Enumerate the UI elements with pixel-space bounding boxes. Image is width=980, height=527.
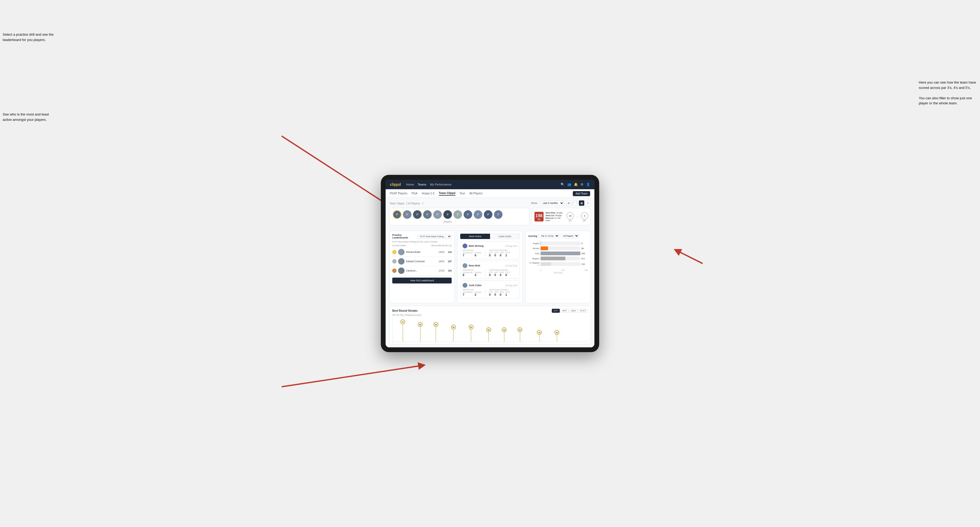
subnav-pgat[interactable]: PGAT Players: [390, 192, 407, 195]
leaderboards-drill-select[interactable]: PUTT Must Make Putting ...: [417, 234, 452, 239]
scoring-filter1[interactable]: Par 3, 4 & 5s: [539, 234, 559, 238]
streaks-ott-btn[interactable]: OTT: [552, 309, 560, 313]
lb-score-2: 18/20: [439, 260, 444, 263]
tournament-val-2: 8: [463, 273, 473, 276]
nav-home[interactable]: Home: [406, 183, 414, 186]
nav-teams[interactable]: Teams: [418, 183, 426, 186]
app-val-2: 0: [495, 273, 498, 276]
lb-name-1: Richard Butler: [406, 251, 437, 253]
player-avatar-10[interactable]: P: [484, 210, 492, 219]
show-select[interactable]: Last 3 months: [540, 201, 564, 205]
bar-pars-track: [541, 252, 580, 255]
scoring-panel: Scoring Par 3, 4 & 5s All Players Eagles: [525, 231, 591, 303]
subnav-team-clippd[interactable]: Team Clippd: [439, 191, 455, 195]
view-card-btn[interactable]: ▦: [579, 200, 584, 206]
activities-2: OTT0 APP0 ARG0 PUTT0: [489, 271, 510, 276]
streak-pin-7: 4x: [502, 327, 506, 341]
view-list-btn[interactable]: ≡: [585, 200, 591, 206]
bar-pars-label: Pars: [528, 252, 539, 255]
streaks-app-btn[interactable]: APP: [561, 309, 568, 313]
people-icon[interactable]: 👥: [567, 183, 571, 186]
player-avatar-7[interactable]: P: [453, 210, 462, 219]
leaderboards-title: Practice Leaderboards: [392, 234, 417, 239]
pac-header-1: Blair McHarg 26 Aug 2023: [463, 243, 517, 248]
tab-least-active[interactable]: Least Active: [490, 234, 520, 239]
pac-avatar-1: [463, 243, 467, 248]
team-header: Team Clippd | 14 Players ✎ Show: Last 3 …: [389, 200, 591, 206]
pac-stats-3: Total Rounds Tournament 7 Practice 2: [463, 289, 517, 296]
streaks-arg-btn[interactable]: ARG: [570, 309, 578, 313]
lb-player-row-2: 2 Edward Crossman 18/20 107: [392, 257, 452, 266]
user-icon[interactable]: 👤: [586, 183, 590, 186]
bell-icon[interactable]: 🔔: [574, 183, 578, 186]
player-avatar-3[interactable]: P: [413, 210, 422, 219]
view-grid2-btn[interactable]: ⊞: [566, 200, 571, 206]
leaderboards-header: Practice Leaderboards PUTT Must Make Put…: [392, 234, 452, 239]
practice-val-3: 2: [474, 293, 481, 296]
player-avatar-9[interactable]: P: [474, 210, 482, 219]
divider-1: [485, 249, 485, 257]
bar-bogeys-val: 311: [581, 257, 588, 260]
team-controls: Show: Last 3 months ⊞ ⋮⋮ ▦ ≡: [531, 200, 591, 206]
pac-date-3: 26 Aug 2023: [506, 284, 517, 287]
ott-label-2: OTT: [489, 271, 493, 273]
navbar-links: Home Teams My Performance: [406, 183, 555, 186]
scoring-filter2[interactable]: All Players: [561, 234, 579, 238]
streak-pin-line-4: [453, 330, 453, 341]
putt-label-2: PUTT: [506, 271, 510, 273]
add-team-button[interactable]: Add Team: [573, 191, 590, 196]
bar-birdies-label: Birdies: [528, 247, 539, 250]
player-avatar-11[interactable]: P: [494, 210, 503, 219]
lb-col-player: PLAYER NAME: [392, 244, 431, 246]
streaks-putt-btn[interactable]: PUTT: [578, 309, 588, 313]
streaks-panel: Best Round Streaks OTT APP ARG PUTT Off …: [389, 306, 591, 344]
streak-pin-9: 3x: [537, 330, 542, 341]
lb-score-1: 19/20: [439, 251, 444, 253]
lb-col-score: PB SCORE: [431, 244, 441, 246]
view-grid3-btn[interactable]: ⋮⋮: [573, 200, 578, 206]
subnav-all-players[interactable]: All Players: [469, 192, 482, 195]
tab-most-active[interactable]: Most Active: [460, 234, 490, 239]
player-avatar-8[interactable]: P: [464, 210, 472, 219]
team-title: Team Clippd | 14 Players ✎: [389, 202, 424, 205]
bar-eagles-track: [541, 241, 580, 245]
arg-label-2: ARG: [500, 271, 504, 273]
activity-tabs: Most Active Least Active: [460, 234, 520, 239]
activity-player-2: Rees Britt 02 Sep 2023 Total Rounds Tour…: [460, 261, 520, 279]
bar-eagles-val: 3: [581, 242, 588, 244]
player-avatar-5[interactable]: P: [433, 210, 442, 219]
subnav-hcaps[interactable]: Hcaps 1-5: [422, 192, 434, 195]
player-avatar-4[interactable]: P: [423, 210, 432, 219]
pac-header-2: Rees Britt 02 Sep 2023: [463, 263, 517, 268]
search-icon[interactable]: 🔍: [561, 183, 565, 186]
bar-bogeys: Bogeys 311: [528, 257, 588, 260]
edit-team-icon[interactable]: ✎: [422, 202, 424, 205]
subnav-pga[interactable]: PGA: [412, 192, 418, 195]
bar-dbogeys-track: [541, 262, 580, 266]
player-avatar-6[interactable]: P: [444, 210, 452, 219]
player-avatar-2[interactable]: P: [403, 210, 412, 219]
streak-pin-8: 4x: [517, 327, 522, 341]
ott-val-2: 0: [489, 273, 493, 276]
settings-icon[interactable]: ⚙: [581, 183, 584, 186]
view-full-leaderboard-button[interactable]: View Full Leaderboard: [392, 278, 452, 284]
bar-pars: Pars 499: [528, 252, 588, 255]
player-avatar-1[interactable]: P: [393, 210, 401, 219]
pac-stats-2: Total Rounds Tournament 8 Practice 4: [463, 269, 517, 276]
lb-avg-1: 110: [448, 251, 452, 253]
bar-pars-fill: [541, 252, 580, 255]
nav-performance[interactable]: My Performance: [430, 183, 452, 186]
subnav-tour[interactable]: Tour: [460, 192, 465, 195]
lb-name-2: Edward Crossman: [406, 260, 437, 263]
bar-birdies-val: 96: [581, 247, 588, 250]
bar-dbogeys-label: D. Bogeys +: [528, 262, 539, 267]
streaks-title: Best Round Streaks: [392, 309, 418, 312]
streak-pin-circle-3: 6x: [434, 322, 438, 327]
bar-birdies-fill: [541, 246, 548, 250]
arg-val-3: 0: [500, 293, 504, 296]
streak-pin-4: 5x: [451, 325, 456, 341]
lb-avg-2: 107: [448, 260, 452, 263]
streak-pin-circle-4: 5x: [451, 325, 456, 330]
lb-avatar-1: [398, 249, 404, 255]
bar-dbogeys-fill: [541, 262, 551, 266]
